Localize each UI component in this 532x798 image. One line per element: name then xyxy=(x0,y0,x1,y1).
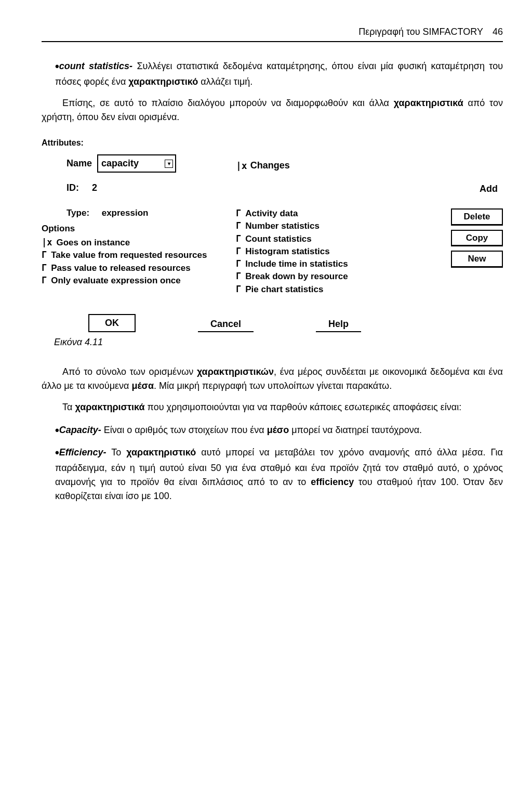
opt-count-stats[interactable]: Γ Count statistics xyxy=(236,233,416,244)
opt-breakdown[interactable]: Γ Break down by resource xyxy=(236,271,416,282)
opt-histogram-stats[interactable]: Γ Histogram statistics xyxy=(236,246,416,257)
new-button[interactable]: New xyxy=(451,251,503,268)
txt-bold: μέσα xyxy=(131,381,154,391)
ok-button[interactable]: OK xyxy=(88,314,136,332)
type-value: expression xyxy=(102,208,149,218)
txt-bold: χαρακτηριστικά xyxy=(75,402,144,412)
opt-text: Break down by resource xyxy=(245,271,416,282)
checkbox-checked-icon: |x xyxy=(42,237,52,248)
opt-goes-on-instance[interactable]: |x Goes on instance xyxy=(42,237,221,248)
opt-pass-value[interactable]: Γ Pass value to released resources xyxy=(42,263,221,273)
id-label: ID: xyxy=(66,182,79,193)
txt-bold: efficiency xyxy=(311,477,354,487)
attributes-section: Attributes: Name capacity ▾ |x Changes I… xyxy=(42,137,503,349)
opt-text: Take value from requested resources xyxy=(51,250,221,260)
opt-text: Only evaluate expression once xyxy=(51,275,221,286)
bullet-dot-icon: • xyxy=(55,446,59,459)
intro-para2: Επίσης, σε αυτό το πλαίσιο διαλόγου μπορ… xyxy=(42,96,503,124)
header-page-number: 46 xyxy=(493,25,503,39)
opt-text: Histogram statistics xyxy=(245,246,416,257)
txt: Από το σύνολο των ορισμένων xyxy=(62,367,197,377)
page-header: Περιγραφή του SIMFACTORY 46 xyxy=(42,25,503,42)
header-title: Περιγραφή του SIMFACTORY xyxy=(358,25,483,39)
opt-text: Pie chart statistics xyxy=(245,284,416,295)
name-value: capacity xyxy=(101,156,139,171)
opt-text: Count statistics xyxy=(245,233,416,244)
checkbox-unchecked-icon: Γ xyxy=(236,208,241,219)
opt-text: Include time in statistics xyxy=(245,258,416,269)
body-para1: Από το σύνολο των ορισμένων χαρακτηριστι… xyxy=(42,365,503,393)
txt: Το xyxy=(106,447,126,457)
changes-checkbox[interactable]: |x Changes xyxy=(236,159,416,173)
bullet-dot-icon: • xyxy=(55,60,59,73)
efficiency-title: Efficiency- xyxy=(59,447,107,457)
checkbox-unchecked-icon: Γ xyxy=(236,258,241,269)
checkbox-unchecked-icon: Γ xyxy=(42,250,47,260)
checkbox-unchecked-icon: Γ xyxy=(42,275,47,286)
opt-activity-data[interactable]: Γ Activity data xyxy=(236,208,416,219)
bullet-capacity: •Capacity- Είναι ο αριθμός των στοιχείων… xyxy=(55,422,503,439)
intro-bullet-bold: χαρακτηριστικό xyxy=(128,76,198,87)
options-label: Options xyxy=(42,222,221,236)
opt-pie-chart[interactable]: Γ Pie chart statistics xyxy=(236,284,416,295)
type-label: Type: xyxy=(66,208,89,218)
txt-bold: χαρακτηριστικών xyxy=(197,367,274,377)
txt: που χρησιμοποιούνται για να παρθούν κάπο… xyxy=(144,402,461,412)
checkbox-unchecked-icon: Γ xyxy=(236,284,241,295)
opt-take-value[interactable]: Γ Take value from requested resources xyxy=(42,250,221,260)
opt-text: Activity data xyxy=(245,208,416,219)
copy-button[interactable]: Copy xyxy=(451,230,503,247)
checkbox-unchecked-icon: Γ xyxy=(236,220,241,231)
checkbox-unchecked-icon: Γ xyxy=(236,233,241,244)
txt: μπορεί να διατηρεί ταυτόχρονα. xyxy=(289,425,422,435)
intro-bullet-tail: αλλάζει τιμή. xyxy=(198,76,252,87)
name-combobox[interactable]: capacity ▾ xyxy=(97,154,176,173)
attributes-heading: Attributes: xyxy=(42,137,503,149)
txt-bold: χαρακτηριστικό xyxy=(126,447,196,457)
intro-p2-bold: χαρακτηριστικά xyxy=(394,98,463,108)
opt-text: Pass value to released resources xyxy=(51,263,221,273)
opt-number-stats[interactable]: Γ Number statistics xyxy=(236,220,416,231)
chevron-down-icon[interactable]: ▾ xyxy=(165,160,173,168)
checkbox-checked-icon: |x xyxy=(236,159,247,173)
intro-p2a: Επίσης, σε αυτό το πλαίσιο διαλόγου μπορ… xyxy=(62,98,394,108)
figure-caption: Εικόνα 4.11 xyxy=(54,335,503,349)
capacity-title: Capacity- xyxy=(59,425,101,435)
intro-bullet: •count statistics- Συλλέγει στατιστικά δ… xyxy=(55,58,503,89)
checkbox-unchecked-icon: Γ xyxy=(236,246,241,257)
name-label: Name xyxy=(66,156,92,171)
txt: Είναι ο αριθμός των στοιχείων που ένα xyxy=(101,425,267,435)
cancel-button[interactable]: Cancel xyxy=(198,317,254,332)
changes-label: Changes xyxy=(250,159,290,173)
txt: Τα xyxy=(62,402,75,412)
help-button[interactable]: Help xyxy=(316,317,361,332)
checkbox-unchecked-icon: Γ xyxy=(42,263,47,273)
body-para2: Τα χαρακτηριστικά που χρησιμοποιούνται γ… xyxy=(42,400,503,414)
add-button[interactable]: Add xyxy=(430,182,503,196)
intro-bullet-title: count statistics- xyxy=(59,61,132,71)
checkbox-unchecked-icon: Γ xyxy=(236,271,241,282)
txt: . Μία μικρή περιγραφή των υπολοίπων γίνε… xyxy=(154,381,392,391)
opt-only-evaluate[interactable]: Γ Only evaluate expression once xyxy=(42,275,221,286)
id-value: 2 xyxy=(92,182,97,193)
opt-text: Number statistics xyxy=(245,220,416,231)
txt-bold: μέσο xyxy=(267,425,289,435)
bullet-dot-icon: • xyxy=(55,424,59,437)
delete-button[interactable]: Delete xyxy=(451,208,503,226)
opt-text: Goes on instance xyxy=(56,237,221,248)
bullet-efficiency: •Efficiency- Το χαρακτηριστικό αυτό μπορ… xyxy=(55,444,503,503)
opt-include-time[interactable]: Γ Include time in statistics xyxy=(236,258,416,269)
